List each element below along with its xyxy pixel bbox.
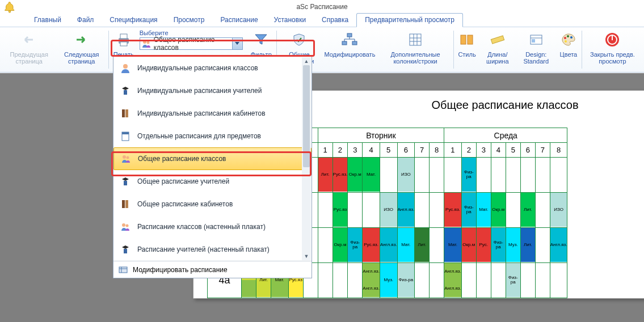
dropdown-item-3[interactable]: Отдельные расписания для предметов xyxy=(113,125,312,147)
title-bar: aSc Расписание xyxy=(0,0,644,14)
size-button[interactable]: Длина/ширина xyxy=(479,28,516,71)
svg-rect-24 xyxy=(122,109,125,117)
svg-rect-8 xyxy=(352,41,357,45)
ribbon: Предыдущая страница Следующая страница П… xyxy=(0,27,644,73)
timetable-cell: Физ-ра xyxy=(348,228,363,263)
dropdown-item-1[interactable]: Индивидуальные расписания учителей xyxy=(113,79,312,102)
timetable-cell: Англ.яз.Англ.яз. xyxy=(444,263,462,298)
svg-rect-36 xyxy=(119,267,127,273)
dropdown-scrollbar[interactable]: ▲ ▼ xyxy=(302,57,311,260)
tab-2[interactable]: Спецификация xyxy=(102,14,165,27)
period-header: 4 xyxy=(363,143,380,158)
timetable-cell: Лит. xyxy=(520,193,535,228)
timetable-cell: Лит. xyxy=(415,228,430,263)
extra-cols-button[interactable]: Дополнительные колонки/строки xyxy=(378,28,452,71)
tab-6[interactable]: Справка xyxy=(314,14,356,27)
timetable-cell: Мат. xyxy=(363,158,380,193)
svg-rect-30 xyxy=(124,181,127,185)
dropdown-item-4[interactable]: Общее расписание классов xyxy=(113,147,312,170)
timetable-cell xyxy=(363,193,380,228)
dropdown-item-6[interactable]: Общее расписание кабинетов xyxy=(113,193,312,215)
lesson-block: Лит. xyxy=(521,193,535,227)
lesson-block: Окр.м xyxy=(491,193,506,227)
svg-point-17 xyxy=(570,36,573,39)
next-page-button[interactable]: Следующая страница xyxy=(56,28,107,71)
timetable-cell: Рус.яз. xyxy=(332,158,348,193)
lesson-block: Мат. xyxy=(363,158,380,192)
timetable-cell xyxy=(430,158,444,193)
period-header: 1 xyxy=(318,143,332,158)
dropdown-item-7[interactable]: Расписание классов (настенный плакат) xyxy=(113,215,312,238)
prev-page-button: Предыдущая страница xyxy=(2,28,56,71)
svg-point-5 xyxy=(146,41,149,44)
power-icon xyxy=(604,32,620,48)
timetable-cell xyxy=(318,263,332,298)
timetable-cell xyxy=(535,158,550,193)
app-title: aSc Расписание xyxy=(296,3,347,11)
lesson-block: Англ.яз. xyxy=(363,263,380,280)
timetable-cell: Физ-ра xyxy=(461,193,476,228)
dropdown-item-2[interactable]: Индивидуальные расписания кабинетов xyxy=(113,102,312,125)
timetable-cell xyxy=(430,193,444,228)
modify-button[interactable]: Модифицировать xyxy=(321,28,378,71)
svg-point-4 xyxy=(143,40,146,44)
timetable-cell: ИЗО xyxy=(380,193,397,228)
printer-icon xyxy=(115,32,132,48)
period-header: 5 xyxy=(506,143,520,158)
dd-item-icon xyxy=(119,130,132,142)
lesson-block: Рус. xyxy=(477,228,491,262)
timetable-cell xyxy=(491,158,506,193)
timetable-cell xyxy=(348,193,363,228)
svg-point-18 xyxy=(565,40,567,43)
tab-1[interactable]: Файл xyxy=(69,14,102,27)
timetable-cell: Окр.м xyxy=(461,228,476,263)
timetable-cell xyxy=(332,263,348,298)
svg-point-0 xyxy=(9,11,11,13)
style-button[interactable]: Стиль xyxy=(454,28,479,71)
timetable-cell xyxy=(318,228,332,263)
lesson-block: Муз. xyxy=(380,263,397,297)
dropdown-item-0[interactable]: Индивидуальные расписания классов xyxy=(113,57,312,79)
period-header: 1 xyxy=(444,143,462,158)
lesson-block: Физ-ра xyxy=(506,263,520,297)
colors-button[interactable]: Цвета xyxy=(557,28,581,71)
orgchart-icon xyxy=(341,32,358,47)
timetable-cell: Муз. xyxy=(380,263,397,298)
lesson-block: Физ-ра xyxy=(462,158,476,192)
close-preview-button[interactable]: Закрыть предв. просмотр xyxy=(583,28,642,71)
timetable-cell xyxy=(476,263,491,298)
timetable-cell xyxy=(415,263,430,298)
lesson-block: Мат. xyxy=(477,193,491,227)
timetable-cell: Рус.яз. xyxy=(363,228,380,263)
design-button[interactable]: Design: Standard xyxy=(516,28,557,71)
timetable-cell xyxy=(348,263,363,298)
dd-item-icon xyxy=(119,62,132,74)
timetable-cell xyxy=(476,158,491,193)
lesson-block: Англ.яз. xyxy=(444,280,461,297)
schedule-type-dropdown[interactable]: Индивидуальные расписания классовИндивид… xyxy=(113,56,312,278)
svg-rect-21 xyxy=(612,35,613,40)
chevron-down-icon[interactable] xyxy=(232,38,242,49)
period-header: 6 xyxy=(397,143,415,158)
timetable-cell: Рус.яз xyxy=(332,193,348,228)
timetable-cell xyxy=(430,228,444,263)
timetable-cell xyxy=(491,263,506,298)
tab-7[interactable]: Предварительный просмотр xyxy=(356,13,463,27)
tab-0[interactable]: Главный xyxy=(26,14,69,27)
svg-point-29 xyxy=(127,156,129,159)
svg-rect-23 xyxy=(124,90,127,95)
dropdown-item-5[interactable]: Общее расписание учителей xyxy=(113,170,312,193)
tab-3[interactable]: Просмотр xyxy=(166,14,213,27)
preview-area: Общее расписание классов k EVALUATION CO… xyxy=(0,73,644,322)
lesson-block: Окр.м xyxy=(333,228,348,262)
tab-4[interactable]: Расписание xyxy=(212,14,266,27)
modify-schedule-footer[interactable]: Модифицировать расписание xyxy=(113,261,312,278)
dropdown-item-8[interactable]: Расписание учителей (настенный плакат) xyxy=(113,238,312,261)
lesson-block: ИЗО xyxy=(398,158,415,192)
timetable-cell xyxy=(550,158,567,193)
schedule-type-combo[interactable]: Общее расписание классов xyxy=(140,37,243,50)
timetable-cell: Мат. xyxy=(444,228,462,263)
lesson-block: Лит. xyxy=(415,228,429,262)
timetable-cell: Физ-ра xyxy=(461,158,476,193)
tab-5[interactable]: Установки xyxy=(266,14,314,27)
